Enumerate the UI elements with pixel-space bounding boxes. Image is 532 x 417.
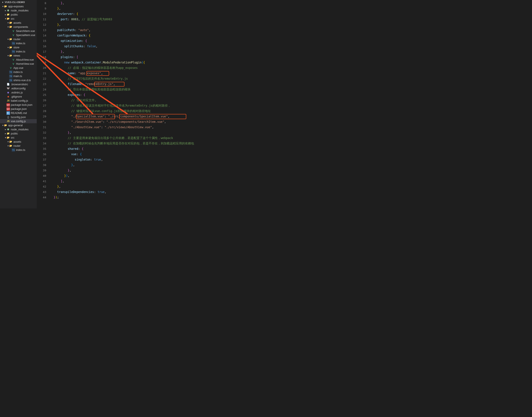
chevron-down-icon: ▾ xyxy=(2,1,4,3)
project-title[interactable]: ▾ VUE3-CLI-DEMO xyxy=(0,0,37,4)
tree-item-searchitem-vue[interactable]: VSearchItem.vue xyxy=(0,29,37,33)
chevron-right-icon[interactable]: ▸ xyxy=(4,128,7,131)
chevron-right-icon[interactable]: ▸ xyxy=(4,13,7,16)
tree-item-package-json[interactable]: npmpackage.json xyxy=(0,107,37,111)
file-tree[interactable]: ▾📂app-exposes▸⬢node_modules▸📁public▾📂src… xyxy=(0,4,37,154)
code-line[interactable]: exposes: { xyxy=(50,92,266,98)
tree-item-readme-md[interactable]: M↓README.md xyxy=(0,111,37,115)
tree-item-node_modules[interactable]: ▸⬢node_modules xyxy=(0,8,37,12)
code-line[interactable]: transpileDependencies: true, xyxy=(50,189,266,195)
code-line[interactable]: // 主要是用来避免项目出现多个公共依赖，若是配置了这个个属性，webpack xyxy=(50,135,266,141)
code-line[interactable]: // 必填：指定输出的模块容器名称为app_exposes xyxy=(50,65,266,71)
chevron-down-icon[interactable]: ▾ xyxy=(7,38,9,40)
code-line[interactable]: }); xyxy=(50,195,266,200)
code-line[interactable]: new webpack.container.ModuleFederationPl… xyxy=(50,60,266,65)
token: : xyxy=(90,158,94,161)
tree-item-main-ts[interactable]: TSmain.ts xyxy=(0,74,37,78)
tree-item--gitignore[interactable]: ◆.gitignore xyxy=(0,94,37,99)
code-line[interactable]: optimization: { xyxy=(50,38,266,44)
token: : xyxy=(85,34,89,37)
tree-item-router[interactable]: ▾📂router xyxy=(0,37,37,41)
tree-item-src[interactable]: ▾📂src xyxy=(0,136,37,140)
chevron-down-icon[interactable]: ▾ xyxy=(2,5,4,8)
code-line[interactable]: vue: { xyxy=(50,152,266,157)
chevron-right-icon[interactable]: ▸ xyxy=(4,9,7,12)
chevron-down-icon[interactable]: ▾ xyxy=(7,54,9,57)
code-line[interactable]: configureWebpack: { xyxy=(50,33,266,38)
tree-item-app-exposes[interactable]: ▾📂app-exposes xyxy=(0,4,37,8)
chevron-down-icon[interactable]: ▾ xyxy=(7,145,9,147)
code-line[interactable]: }, xyxy=(50,49,266,54)
tree-item-package-lock-json[interactable]: npmpackage-lock.json xyxy=(0,103,37,107)
token xyxy=(50,115,71,118)
tree-item-tsconfig-json[interactable]: {}tsconfig.json xyxy=(0,115,37,119)
code-line[interactable]: splitChunks: false, xyxy=(50,44,266,49)
tree-item-babel-config-js[interactable]: JSbabel.config.js xyxy=(0,99,37,103)
tree-item-homeview-vue[interactable]: VHomeView.vue xyxy=(0,62,37,66)
code-line[interactable]: filename: "remoteEntry.js", xyxy=(50,81,266,87)
code-line[interactable]: port: 8083, // 设置端口号为8083 xyxy=(50,17,266,22)
tree-item--eslintrc-js[interactable]: ◉.eslintrc.js xyxy=(0,90,37,94)
code-line[interactable]: "./SpecialItem.vue": "./src/components/S… xyxy=(50,114,266,119)
tree-item-aboutview-vue[interactable]: VAboutView.vue xyxy=(0,58,37,62)
code-editor[interactable]: 8910111213141516171819202122232425262728… xyxy=(37,0,266,208)
code-line[interactable]: }, xyxy=(50,130,266,135)
tree-item-vue-config-js[interactable]: JSvue.config.js xyxy=(0,119,37,123)
code-line[interactable]: }, xyxy=(50,184,266,189)
code-line[interactable]: "./SearchItem.vue": "./src/components/Se… xyxy=(50,119,266,125)
tree-item-index-ts[interactable]: TSindex.ts xyxy=(0,41,37,45)
code-line[interactable]: name: "app_exposes", xyxy=(50,71,266,76)
code-line[interactable]: "./AboutView.vue": "./src/views/AboutVie… xyxy=(50,125,266,130)
chevron-down-icon[interactable]: ▾ xyxy=(7,46,9,49)
chevron-down-icon[interactable]: ▾ xyxy=(4,18,7,20)
code-line[interactable]: // 指定打包后的文件名为remoteEntry.js xyxy=(50,76,266,81)
tree-item-node_modules[interactable]: ▸⬢node_modules xyxy=(0,127,37,131)
code-line[interactable]: }, xyxy=(50,0,266,6)
tree-item-views[interactable]: ▾📂views xyxy=(0,53,37,58)
tree-item-components[interactable]: ▾📂components xyxy=(0,25,37,29)
code-line[interactable]: }, xyxy=(50,162,266,168)
tree-item-public[interactable]: ▸📁public xyxy=(0,12,37,17)
tree-item-specialitem-vue[interactable]: VSpecialItem.vue xyxy=(0,33,37,37)
code-line[interactable]: // 键值对应到从vue.config.js到该模块的相对路径地址 xyxy=(50,108,266,114)
tree-item-assets[interactable]: ▾📂assets xyxy=(0,21,37,25)
tree-item-store[interactable]: ▾📂store xyxy=(0,45,37,49)
code-line[interactable]: // 键名对应该文件相对于打包后文件名为remoteEntry.js的相对路径， xyxy=(50,103,266,108)
chevron-down-icon[interactable]: ▾ xyxy=(2,124,4,126)
code-line[interactable]: devServer: { xyxy=(50,11,266,17)
tree-item-shims-vue-d-ts[interactable]: TSshims-vue.d.ts xyxy=(0,78,37,82)
tree-item-index-ts[interactable]: TSindex.ts xyxy=(0,148,37,152)
tree-item-app-vue[interactable]: VApp.vue xyxy=(0,66,37,70)
code-line[interactable]: ], xyxy=(50,178,266,184)
explorer-sidebar[interactable]: ▾ VUE3-CLI-DEMO ▾📂app-exposes▸⬢node_modu… xyxy=(0,0,37,208)
token xyxy=(50,12,57,16)
code-line[interactable]: plugins: [ xyxy=(50,54,266,60)
code-line[interactable]: // 在加载的时候会先判断本地应用是否存在对应的包，若是不存在，则加载远程应用的… xyxy=(50,141,266,146)
line-number: 39 xyxy=(37,168,46,173)
tree-item-src[interactable]: ▾📂src xyxy=(0,17,37,21)
tree-item-public[interactable]: ▸📁public xyxy=(0,131,37,136)
code-line[interactable]: singleton: true, xyxy=(50,157,266,162)
chevron-right-icon[interactable]: ▸ xyxy=(4,132,7,135)
tree-item-index-ts[interactable]: TSindex.ts xyxy=(0,70,37,74)
tree-item-router[interactable]: ▾📂router xyxy=(0,144,37,148)
code-line[interactable]: }), xyxy=(50,173,266,178)
code-line[interactable]: }, xyxy=(50,168,266,173)
code-area[interactable]: }, }, devServer: { port: 8083, // 设置端口号为… xyxy=(50,0,266,208)
code-line[interactable]: publicPath: "auto", xyxy=(50,27,266,33)
tree-item-app-general[interactable]: ▾📂app-general xyxy=(0,123,37,127)
tree-item--browserslistrc[interactable]: 📄.browserslistrc xyxy=(0,82,37,86)
tree-item--editorconfig[interactable]: 🐭.editorconfig xyxy=(0,86,37,90)
code-line[interactable]: // 导出对应文件, xyxy=(50,98,266,103)
chevron-down-icon[interactable]: ▾ xyxy=(7,141,9,143)
chevron-down-icon[interactable]: ▾ xyxy=(7,26,9,28)
code-line[interactable]: // 导出本容器暴露给其他容器远程连接的模块 xyxy=(50,87,266,92)
code-line[interactable]: }, xyxy=(50,22,266,27)
tree-item-assets[interactable]: ▾📂assets xyxy=(0,140,37,144)
chevron-down-icon[interactable]: ▾ xyxy=(4,136,7,139)
chevron-down-icon[interactable]: ▾ xyxy=(7,21,9,24)
tree-item-index-ts[interactable]: TSindex.ts xyxy=(0,49,37,53)
npm-icon: npm xyxy=(7,107,10,111)
code-line[interactable]: }, xyxy=(50,6,266,11)
code-line[interactable]: shared: { xyxy=(50,146,266,152)
